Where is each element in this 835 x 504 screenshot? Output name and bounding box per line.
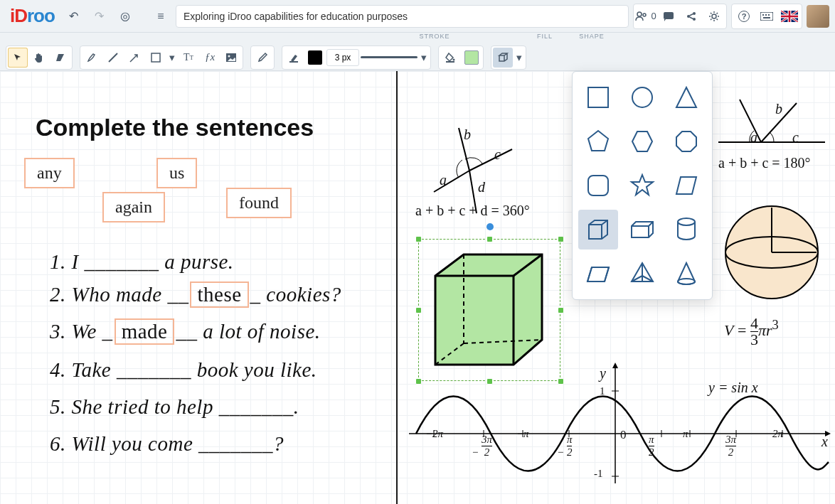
shape-prism[interactable] xyxy=(578,254,618,294)
target-button[interactable]: ◎ xyxy=(115,6,136,27)
shape-parallelogram[interactable] xyxy=(666,166,706,205)
stroke-color-button[interactable] xyxy=(305,48,325,68)
participants-button[interactable]: 0 xyxy=(635,6,656,27)
sentence-2: 2. Who made __these_ cookies? xyxy=(50,282,341,308)
word-again[interactable]: again xyxy=(102,192,165,222)
tick-mpi: −π xyxy=(516,428,529,440)
toolbar: ▾ TT ƒx 3 px ▾ ▾ xyxy=(0,44,835,71)
shape-tool[interactable] xyxy=(493,48,513,68)
help-button[interactable]: ? xyxy=(733,6,755,27)
s3-box-made[interactable]: made xyxy=(115,318,175,345)
eraser-tool[interactable] xyxy=(50,48,70,68)
shape-octagon[interactable] xyxy=(666,122,706,161)
share-button[interactable] xyxy=(681,6,702,27)
pen-icon xyxy=(86,52,97,63)
line-tool[interactable] xyxy=(103,48,123,68)
undo-button[interactable]: ↶ xyxy=(63,6,85,27)
s3a: 3. We _ xyxy=(50,320,113,343)
handle-e[interactable] xyxy=(558,307,564,313)
select-tool[interactable] xyxy=(8,48,28,68)
s2-box-these[interactable]: these xyxy=(190,282,248,308)
rect-dropdown[interactable]: ▾ xyxy=(167,48,177,68)
shape-square[interactable] xyxy=(578,77,618,117)
menu-icon[interactable]: ≡ xyxy=(150,6,171,27)
shape-circle[interactable] xyxy=(622,77,662,117)
heading: Complete the sentences xyxy=(36,114,314,141)
shape-rounded-square[interactable] xyxy=(578,166,618,205)
shape-triangle[interactable] xyxy=(666,77,706,117)
shape-cone[interactable] xyxy=(666,254,706,294)
eq-180: a + b + c = 180° xyxy=(718,155,811,171)
redo-button[interactable]: ↷ xyxy=(89,6,110,27)
pen-tool[interactable] xyxy=(82,48,102,68)
volume-formula: V = 43πr3 xyxy=(724,316,779,348)
shape-dropdown[interactable]: ▾ xyxy=(514,48,524,68)
svg-rect-51 xyxy=(588,176,608,195)
rotate-handle[interactable] xyxy=(486,223,494,230)
stroke-preview[interactable] xyxy=(361,49,418,66)
fill-tool[interactable] xyxy=(440,48,460,68)
sentence-6: 6. Will you come _______? xyxy=(50,432,284,456)
chat-button[interactable] xyxy=(658,6,679,27)
sine-graph xyxy=(409,355,835,498)
settings-button[interactable] xyxy=(703,6,725,27)
board-title-input[interactable]: Exploring iDroo capabilities for educati… xyxy=(176,5,629,28)
tick-2pi: 2π xyxy=(772,428,783,440)
handle-w[interactable] xyxy=(415,307,422,313)
svg-point-6 xyxy=(712,14,716,18)
text-tool[interactable]: TT xyxy=(179,48,198,68)
sphere-shape xyxy=(718,199,825,306)
shape-pyramid[interactable] xyxy=(622,254,662,294)
label-shape: SHAPE xyxy=(570,33,613,44)
stroke-preview-dropdown[interactable]: ▾ xyxy=(419,48,429,68)
eraser-icon xyxy=(55,53,66,63)
eyedropper-tool[interactable] xyxy=(252,48,272,68)
pan-tool[interactable] xyxy=(29,48,49,68)
svg-rect-7 xyxy=(760,12,773,21)
tick-m2pi: −2π xyxy=(425,428,443,440)
svg-rect-49 xyxy=(588,87,608,107)
svg-point-53 xyxy=(678,279,695,284)
shape-cylinder[interactable] xyxy=(666,210,706,250)
share-icon xyxy=(686,11,697,22)
image-tool[interactable] xyxy=(221,48,241,68)
lbl-c2: c xyxy=(792,129,799,146)
svg-rect-18 xyxy=(446,61,454,63)
stroke-style-button[interactable] xyxy=(284,48,304,68)
stroke-width-input[interactable]: 3 px xyxy=(326,49,359,66)
logo-part2: roo xyxy=(27,5,55,26)
shape-cuboid[interactable] xyxy=(622,210,662,250)
avatar[interactable] xyxy=(807,5,829,28)
shape-cube[interactable] xyxy=(578,210,618,250)
s2a: 2. Who made __ xyxy=(50,283,188,306)
shape-star[interactable] xyxy=(622,166,662,205)
users-icon xyxy=(635,11,648,21)
arrow-tool[interactable] xyxy=(124,48,144,68)
stroke-color-swatch xyxy=(308,50,322,65)
sentence-4: 4. Take _______ book you like. xyxy=(50,358,317,382)
svg-point-5 xyxy=(693,18,696,21)
word-us[interactable]: us xyxy=(156,158,197,188)
svg-rect-8 xyxy=(762,14,764,16)
word-found[interactable]: found xyxy=(226,188,292,218)
shape-hexagon[interactable] xyxy=(622,122,662,161)
shape-pentagon[interactable] xyxy=(578,122,618,161)
lbl-b1: b xyxy=(464,127,471,143)
fill-color-button[interactable] xyxy=(462,48,482,68)
language-button[interactable] xyxy=(779,6,800,27)
keyboard-button[interactable] xyxy=(756,6,777,27)
tick-1: 1 xyxy=(600,385,605,397)
svg-rect-9 xyxy=(765,14,767,16)
handle-n[interactable] xyxy=(486,236,493,242)
formula-tool[interactable]: ƒx xyxy=(200,48,220,68)
s2c: _ cookies? xyxy=(250,283,341,306)
svg-rect-10 xyxy=(768,14,770,16)
handle-ne[interactable] xyxy=(558,236,564,242)
canvas[interactable]: Complete the sentences any us again foun… xyxy=(0,71,835,504)
sentence-1: 1. I _______ a purse. xyxy=(50,250,234,274)
handle-nw[interactable] xyxy=(415,236,422,242)
word-any[interactable]: any xyxy=(24,158,75,188)
label-fill: FILL xyxy=(519,33,570,44)
toolbar-labels: STROKE FILL SHAPE xyxy=(0,33,835,44)
rect-tool[interactable] xyxy=(146,48,166,68)
